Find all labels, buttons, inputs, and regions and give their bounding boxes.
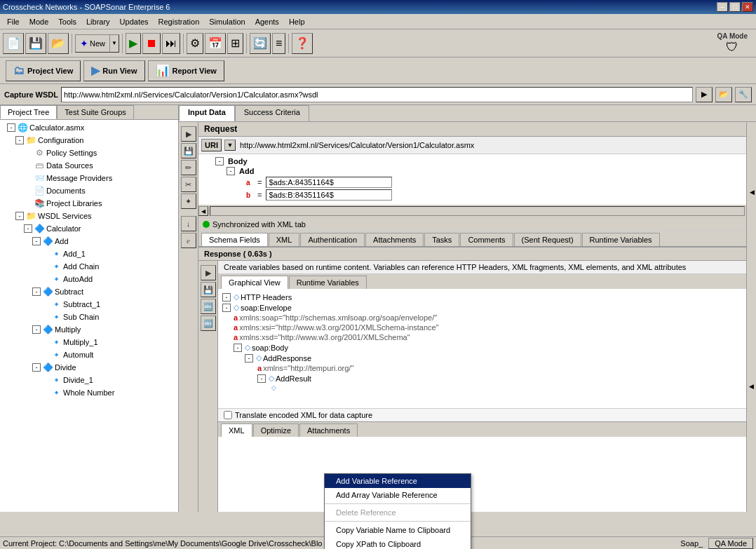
- expand-calculator-asmx[interactable]: -: [7, 123, 15, 132]
- tree-item-project-libraries[interactable]: 📚 Project Libraries: [1, 197, 177, 210]
- context-menu-add-array-variable-reference[interactable]: Add Array Variable Reference: [325, 488, 471, 502]
- tab-input-data[interactable]: Input Data: [179, 105, 235, 121]
- expand-body[interactable]: -: [215, 157, 224, 165]
- step-button[interactable]: ⏭: [162, 33, 180, 54]
- resp-tab-xml[interactable]: XML: [221, 423, 252, 437]
- tree-item-whole-number[interactable]: 🔹 Whole Number: [1, 386, 177, 399]
- expand-configuration[interactable]: -: [15, 136, 24, 144]
- menu-agents[interactable]: Agents: [251, 16, 283, 27]
- settings-button[interactable]: ⚙: [187, 33, 203, 54]
- tree-item-calculator[interactable]: - 🔷 Calculator: [1, 222, 177, 235]
- tree-item-divide1[interactable]: 🔹 Divide_1: [1, 374, 177, 386]
- expand-wsdl-services[interactable]: -: [15, 212, 24, 220]
- tab-graphical-view[interactable]: Graphical View: [221, 276, 288, 289]
- tree-item-add1[interactable]: 🔹 Add_1: [1, 248, 177, 260]
- capture-wsdl-input[interactable]: [61, 87, 693, 102]
- expand-add[interactable]: -: [32, 237, 41, 245]
- left-panel-btn-1[interactable]: ▶: [181, 126, 196, 142]
- status-qa-mode-button[interactable]: QA Mode: [708, 538, 753, 549]
- left-panel-btn-7[interactable]: e: [181, 233, 196, 248]
- scroll-left-button[interactable]: ◀: [198, 206, 208, 216]
- save-button[interactable]: 💾: [25, 33, 46, 54]
- tree-item-message-providers[interactable]: 📨 Message Providers: [1, 172, 177, 184]
- tab-xml[interactable]: XML: [269, 233, 300, 246]
- run-button[interactable]: ▶: [126, 33, 141, 54]
- menu-mode[interactable]: Mode: [25, 16, 53, 27]
- translate-checkbox[interactable]: [224, 411, 232, 419]
- expand-soap-envelope[interactable]: -: [222, 304, 231, 312]
- tree-item-divide[interactable]: - 🔷 Divide: [1, 361, 177, 374]
- tree-item-add[interactable]: - 🔷 Add: [1, 235, 177, 248]
- tab-sent-request[interactable]: (Sent Request): [514, 233, 581, 246]
- report-view-button[interactable]: 📊 Report View: [148, 60, 224, 81]
- tree-item-calculator-asmx[interactable]: - 🌐 Calculator.asmx: [1, 121, 177, 134]
- right-expand-button[interactable]: ◀: [746, 261, 756, 512]
- expand-add-node[interactable]: -: [227, 167, 235, 175]
- resp-btn-3[interactable]: 🔤: [201, 299, 216, 314]
- left-panel-btn-6[interactable]: ↓: [181, 216, 196, 231]
- close-button[interactable]: ✕: [742, 2, 753, 12]
- resp-btn-2[interactable]: 💾: [201, 282, 216, 297]
- tab-tasks[interactable]: Tasks: [424, 233, 459, 246]
- horizontal-scrollbar[interactable]: [210, 206, 745, 216]
- open-button[interactable]: 📂: [48, 33, 69, 54]
- left-panel-btn-4[interactable]: ✂: [181, 177, 196, 192]
- left-panel-btn-3[interactable]: ✏: [181, 160, 196, 175]
- tab-success-criteria[interactable]: Success Criteria: [235, 105, 309, 121]
- tree-item-subtract1[interactable]: 🔹 Subtract_1: [1, 298, 177, 311]
- tree-item-sub-chain[interactable]: 🔹 Sub Chain: [1, 311, 177, 323]
- capture-go-button[interactable]: ▶: [696, 87, 713, 102]
- tab-schema-fields[interactable]: Schema Fields: [201, 233, 268, 246]
- tree-item-autoadd[interactable]: 🔹 AutoAdd: [1, 273, 177, 285]
- maximize-button[interactable]: □: [729, 2, 741, 12]
- minimize-button[interactable]: ─: [717, 2, 728, 12]
- tree-item-multiply[interactable]: - 🔷 Multiply: [1, 323, 177, 336]
- menu-registration[interactable]: Registration: [154, 16, 204, 27]
- expand-multiply[interactable]: -: [32, 325, 41, 334]
- menu-tools[interactable]: Tools: [54, 16, 81, 27]
- expand-add-result[interactable]: -: [257, 374, 266, 383]
- stop-button[interactable]: ⏹: [142, 33, 161, 54]
- menu-help[interactable]: Help: [285, 16, 309, 27]
- new-main-button[interactable]: ✦ New: [75, 34, 109, 53]
- tab-authentication[interactable]: Authentication: [300, 233, 365, 246]
- expand-http-headers[interactable]: -: [222, 293, 231, 301]
- expand-subtract[interactable]: -: [32, 287, 41, 296]
- resp-btn-1[interactable]: ▶: [201, 265, 216, 280]
- expand-calculator[interactable]: -: [24, 224, 32, 233]
- expand-divide[interactable]: -: [32, 363, 41, 372]
- tree-item-automult[interactable]: 🔹 Automult: [1, 348, 177, 361]
- resp-tab-optimize[interactable]: Optimize: [253, 423, 299, 437]
- uri-expand-button[interactable]: ▼: [224, 140, 236, 151]
- tree-item-subtract[interactable]: - 🔷 Subtract: [1, 285, 177, 298]
- tree-item-multiply1[interactable]: 🔹 Multiply_1: [1, 336, 177, 348]
- capture-settings-button[interactable]: 🔧: [735, 87, 752, 102]
- expand-add-response[interactable]: -: [245, 354, 253, 362]
- tree-item-policy-settings[interactable]: ⚙ Policy Settings: [1, 147, 177, 159]
- resp-btn-4[interactable]: 🔤: [201, 316, 216, 331]
- left-panel-btn-2[interactable]: 💾: [181, 143, 196, 158]
- capture-open-button[interactable]: 📂: [715, 87, 732, 102]
- left-panel-btn-5[interactable]: ✦: [181, 194, 196, 209]
- field-b-input[interactable]: [266, 189, 392, 201]
- schedule-button[interactable]: 📅: [205, 33, 226, 54]
- menu-library[interactable]: Library: [82, 16, 114, 27]
- expand-soap-body[interactable]: -: [234, 344, 242, 352]
- tree-item-data-sources[interactable]: 🗃 Data Sources: [1, 159, 177, 172]
- tab-comments[interactable]: Comments: [460, 233, 513, 246]
- sidebar-tab-project-tree[interactable]: Project Tree: [0, 105, 57, 119]
- list-button[interactable]: ≡: [272, 33, 285, 54]
- new-file-button[interactable]: 📄: [3, 33, 24, 54]
- tab-attachments[interactable]: Attachments: [365, 233, 424, 246]
- menu-simulation[interactable]: Simulation: [205, 16, 249, 27]
- menu-file[interactable]: File: [3, 16, 24, 27]
- grid-button[interactable]: ⊞: [227, 33, 243, 54]
- tab-runtime-variables[interactable]: Runtime Variables: [582, 233, 660, 246]
- help-button[interactable]: ❓: [292, 33, 313, 54]
- context-menu-copy-xpath[interactable]: Copy XPath to Clipboard: [325, 537, 471, 549]
- sidebar-tab-test-suite-groups[interactable]: Test Suite Groups: [57, 105, 133, 119]
- context-menu-add-variable-reference[interactable]: Add Variable Reference: [325, 474, 471, 488]
- tree-item-wsdl-services[interactable]: - 📁 WSDL Services: [1, 210, 177, 222]
- new-dropdown-arrow[interactable]: ▼: [109, 34, 119, 53]
- resp-tab-attachments[interactable]: Attachments: [299, 423, 358, 437]
